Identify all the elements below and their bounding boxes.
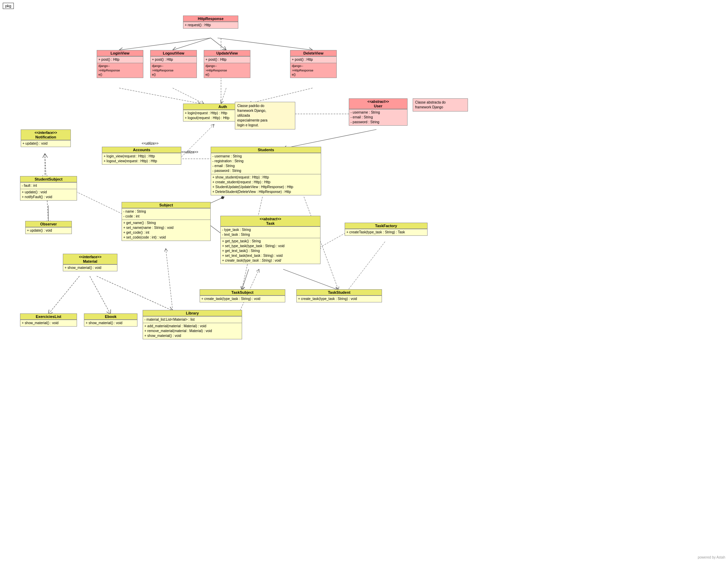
watermark: powered by Astah — [698, 555, 726, 559]
svg-line-25 — [90, 276, 111, 314]
class-HttpResponse: HttpResponse + request() : Http — [183, 16, 238, 29]
svg-line-5 — [173, 88, 204, 104]
class-Accounts: Accounts + login_view(request : Http) : … — [102, 147, 181, 165]
svg-line-26 — [97, 276, 173, 311]
class-TaskStudent: TaskStudent + create_task(type_task : St… — [296, 289, 382, 302]
svg-line-27 — [166, 249, 173, 311]
svg-line-10 — [283, 129, 376, 148]
class-Notification: <<interface>> Notification + update() : … — [21, 129, 71, 147]
class-Observer: Observer + update() : void — [25, 221, 72, 234]
class-LogoutView: LogoutView + post() : Http django-->Http… — [150, 50, 197, 78]
svg-line-1 — [173, 38, 211, 50]
class-methods-HttpResponse: + request() : Http — [183, 22, 238, 28]
class-TaskFactory: TaskFactory + createTask(type_task : Str… — [345, 223, 428, 236]
svg-line-18 — [76, 192, 123, 214]
pkg-label: pkg — [3, 3, 14, 9]
class-LoginView: LoginView + post() : Http django-->HttpR… — [97, 50, 143, 78]
svg-line-3 — [218, 38, 313, 50]
class-StudentSubject: StudentSubject - fault : int + update() … — [20, 176, 77, 201]
note-user: Classe abstracta doframework Django — [413, 98, 468, 112]
class-DeleteView: DeleteView + post() : Http django-->Http… — [290, 50, 337, 78]
svg-line-7 — [249, 88, 313, 104]
arrows-svg — [0, 0, 728, 562]
class-header-HttpResponse: HttpResponse — [183, 16, 238, 22]
class-UpdateView: UpdateView + post() : Http django-->Http… — [204, 50, 250, 78]
utiliza-label-1: <<utiliza>> — [181, 150, 198, 154]
svg-line-6 — [221, 88, 226, 104]
svg-line-21 — [283, 269, 338, 290]
class-Material: <<interface>> Material + show_material()… — [63, 254, 117, 271]
class-Students: Students - username : String - registrat… — [211, 147, 321, 195]
svg-line-4 — [119, 88, 200, 104]
svg-line-23 — [345, 242, 385, 293]
svg-line-0 — [119, 38, 211, 50]
svg-line-2 — [211, 38, 226, 50]
utiliza-label-2: <<utiliza>> — [142, 142, 159, 145]
class-ExerciciesList: ExerciciesList + show_material() : void — [20, 313, 77, 327]
svg-line-24 — [48, 276, 79, 314]
svg-line-20 — [242, 269, 249, 290]
class-Subject: Subject - name : String - code : int + g… — [122, 202, 211, 241]
class-Ebook: Ebook + show_material() : void — [84, 313, 137, 327]
class-Library: Library - material_list:List<Material> :… — [143, 310, 242, 339]
class-TaskSubject: TaskSubject + create_task(type_task : St… — [200, 289, 285, 302]
diagram-container: pkg — [0, 0, 728, 562]
svg-line-22 — [318, 233, 345, 249]
note-auth: Classe padrão doframework Django,utiliza… — [235, 102, 295, 129]
class-User: <<abstract>> User - username : String - … — [349, 98, 408, 126]
class-Task: <<abstract>> Task - type_task : String -… — [220, 216, 320, 264]
